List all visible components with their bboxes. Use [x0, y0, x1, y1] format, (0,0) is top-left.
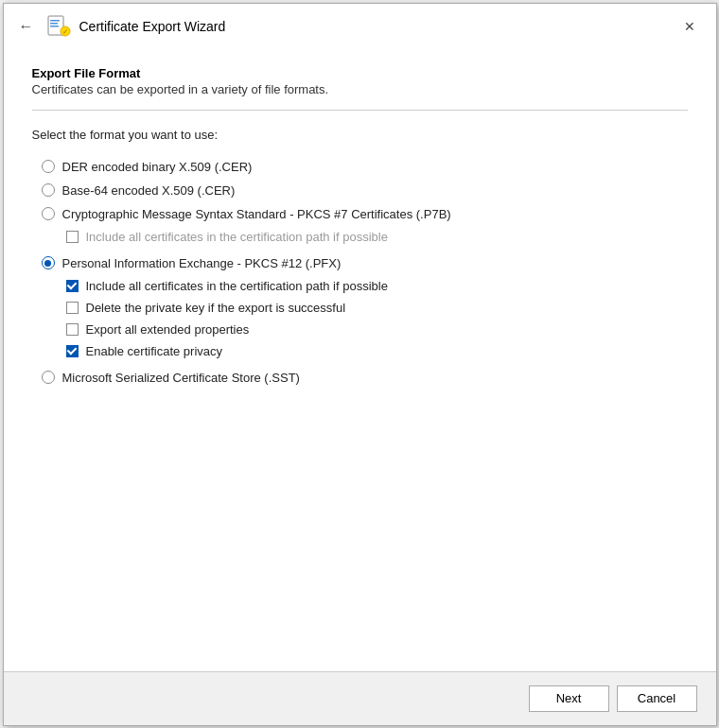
- back-button[interactable]: ←: [15, 18, 38, 35]
- checkbox-pfx-include-label: Include all certificates in the certific…: [86, 279, 388, 293]
- radio-der-indicator: [42, 160, 55, 173]
- radio-b64-label: Base-64 encoded X.509 (.CER): [62, 183, 236, 198]
- checkbox-cms-include-indicator: [66, 231, 79, 243]
- section-subtitle: Certificates can be exported in a variet…: [32, 82, 688, 96]
- radio-sst-label: Microsoft Serialized Certificate Store (…: [62, 371, 300, 385]
- pfx-sub-options: Include all certificates in the certific…: [66, 275, 688, 362]
- format-select-label: Select the format you want to use:: [32, 128, 688, 142]
- svg-rect-1: [50, 20, 60, 22]
- radio-cms-indicator: [42, 207, 55, 220]
- checkbox-item-pfx-delete[interactable]: Delete the private key if the export is …: [66, 297, 688, 319]
- checkbox-pfx-extended-indicator: [66, 323, 79, 336]
- next-button[interactable]: Next: [529, 685, 609, 712]
- radio-b64-indicator: [42, 183, 55, 197]
- checkbox-item-pfx-extended[interactable]: Export all extended properties: [66, 319, 688, 340]
- footer: Next Cancel: [4, 671, 716, 725]
- checkbox-item-pfx-include[interactable]: Include all certificates in the certific…: [66, 275, 688, 297]
- svg-rect-3: [50, 26, 59, 27]
- section-header: Export File Format Certificates can be e…: [32, 66, 688, 96]
- radio-item-b64[interactable]: Base-64 encoded X.509 (.CER): [32, 179, 688, 202]
- close-button[interactable]: ✕: [676, 13, 703, 40]
- section-title: Export File Format: [32, 66, 688, 80]
- checkbox-cms-include-label: Include all certificates in the certific…: [86, 230, 388, 244]
- cms-sub-options: Include all certificates in the certific…: [66, 226, 688, 248]
- radio-sst-indicator: [42, 371, 55, 384]
- checkbox-pfx-delete-indicator: [66, 302, 79, 314]
- radio-item-pfx[interactable]: Personal Information Exchange - PKCS #12…: [32, 251, 688, 275]
- wizard-icon: ✓: [45, 13, 72, 40]
- checkbox-pfx-include-indicator: [66, 280, 79, 292]
- svg-rect-2: [50, 23, 58, 25]
- checkbox-pfx-privacy-label: Enable certificate privacy: [86, 344, 223, 358]
- radio-der-label: DER encoded binary X.509 (.CER): [62, 160, 253, 174]
- checkbox-item-cms-include[interactable]: Include all certificates in the certific…: [66, 226, 688, 248]
- checkbox-pfx-delete-label: Delete the private key if the export is …: [86, 301, 346, 315]
- checkbox-pfx-privacy-indicator: [66, 345, 79, 357]
- content-area: Export File Format Certificates can be e…: [4, 47, 716, 671]
- radio-pfx-label: Personal Information Exchange - PKCS #12…: [62, 256, 342, 270]
- dialog: ← ✓ Certificate Export Wizard ✕ Export F…: [3, 3, 717, 726]
- radio-cms-label: Cryptographic Message Syntax Standard - …: [62, 207, 451, 221]
- title-bar-left: ← ✓ Certificate Export Wizard: [15, 13, 226, 40]
- cancel-button[interactable]: Cancel: [617, 685, 697, 712]
- radio-pfx-inner: [44, 260, 51, 267]
- radio-item-sst[interactable]: Microsoft Serialized Certificate Store (…: [32, 366, 688, 390]
- divider: [32, 110, 688, 111]
- radio-item-cms[interactable]: Cryptographic Message Syntax Standard - …: [32, 202, 688, 226]
- checkbox-item-pfx-privacy[interactable]: Enable certificate privacy: [66, 340, 688, 362]
- svg-text:✓: ✓: [62, 28, 68, 35]
- title-bar: ← ✓ Certificate Export Wizard ✕: [4, 4, 716, 47]
- radio-pfx-indicator: [42, 256, 55, 269]
- checkbox-pfx-extended-label: Export all extended properties: [86, 322, 250, 337]
- dialog-title: Certificate Export Wizard: [79, 19, 226, 34]
- radio-group: DER encoded binary X.509 (.CER) Base-64 …: [32, 155, 688, 390]
- radio-item-der[interactable]: DER encoded binary X.509 (.CER): [32, 155, 688, 179]
